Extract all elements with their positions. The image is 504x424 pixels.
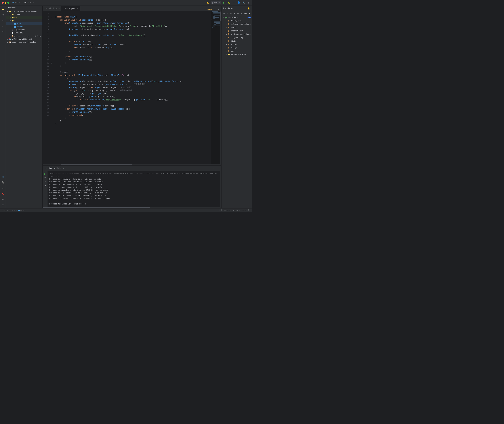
activity-plugin-icon[interactable]: 🔌 — [0, 180, 5, 185]
db-perf-item[interactable]: ▶ 🗄 performance_schema — [221, 33, 252, 36]
tab-overflow-icon[interactable]: ⋯ — [217, 8, 220, 11]
status-vcs-icon[interactable]: ✔ — [2, 209, 3, 211]
db-online-label: onlineOrder — [231, 30, 243, 32]
tree-item-out[interactable]: ▼ 📁 out — [6, 16, 43, 19]
db-stay-item[interactable]: ▶ 🗄 staybooking — [221, 36, 252, 39]
run-gutter-btn-5[interactable]: ▶ — [50, 12, 53, 15]
maximize-button[interactable] — [7, 2, 9, 4]
status-encoding[interactable]: UTF-8 — [233, 209, 238, 211]
editor-scrollbar[interactable] — [220, 11, 221, 164]
db-study-item[interactable]: ▶ 🗄 study — [221, 39, 252, 43]
code-editor[interactable]: public class Main { public static void m… — [53, 11, 211, 164]
run-close[interactable]: ✕ — [63, 167, 64, 169]
db-add-icon[interactable]: + — [223, 12, 225, 15]
branch-selector[interactable]: ⎇ master ▾ — [23, 2, 34, 4]
minimize-button[interactable] — [5, 2, 6, 4]
tree-item-jar[interactable]: ▶ 📦 mysql-connector-j-8.2.0.jar — [6, 35, 43, 37]
tab-main-close[interactable]: ✕ — [76, 7, 78, 10]
run-button[interactable]: ▶ — [223, 1, 226, 4]
expand-icon[interactable]: ⌃ — [213, 8, 216, 11]
rerun-icon[interactable]: ▶ — [43, 172, 47, 175]
run-hscrollbar[interactable] — [43, 207, 221, 208]
activity-terminal-icon[interactable]: ▦ — [0, 197, 5, 202]
tree-item-gitignore[interactable]: ⚙ .gitignore — [6, 28, 43, 31]
db-study4-item[interactable]: ▶ 🗄 study4 — [221, 46, 252, 50]
status-position[interactable]: 39:1 — [224, 209, 228, 211]
db-host-item[interactable]: ▼ ⬤ @localhost 10 — [221, 16, 252, 19]
db-properties-icon[interactable]: ⚙ — [233, 12, 236, 15]
db-study2-item[interactable]: ▶ 🗄 study2 — [221, 43, 252, 46]
db-refresh-icon[interactable]: ↺ — [230, 12, 232, 15]
scroll-end-icon[interactable]: ↓ — [43, 188, 47, 191]
db-sys-item[interactable]: ▶ 🗄 sys — [221, 50, 252, 53]
tree-item-student[interactable]: ⬤ Student — [6, 25, 43, 28]
tree-item-scratches[interactable]: ▶ 📋 Scratches and Consoles — [6, 41, 43, 44]
hscroll-thumb[interactable] — [61, 164, 132, 165]
search-icon[interactable]: 🔍 — [242, 1, 245, 4]
db-ebean-item[interactable]: ▶ 🗄 ebean_test — [221, 19, 252, 23]
db-arrow: ▶ — [226, 33, 227, 35]
stop-icon[interactable]: ■ — [43, 176, 47, 179]
tree-item-iml[interactable]: 📄 JDBC.iml — [6, 31, 43, 35]
line-num: 22 — [43, 65, 49, 68]
scratches-icon: 📋 — [9, 41, 11, 44]
db-filter-icon[interactable]: ☰ — [237, 12, 239, 15]
run-tab-active[interactable]: ▶ Run — [44, 166, 53, 170]
account-icon[interactable]: 👤 — [237, 1, 240, 4]
more-button[interactable]: ⋯ — [232, 1, 236, 4]
run-more-icon[interactable]: ⋯ — [212, 167, 215, 170]
tree-item-ext-libs[interactable]: ▶ 📚 External Libraries — [6, 37, 43, 41]
line-num: 30 — [43, 86, 49, 89]
settings-icon[interactable]: ⚙ — [247, 1, 250, 4]
status-linesep[interactable]: LF — [230, 209, 231, 211]
run-hscroll-thumb[interactable] — [43, 207, 150, 208]
line-num: 29 — [43, 83, 49, 86]
status-kotlin-icon[interactable]: K — [219, 209, 220, 211]
restart-icon[interactable]: ↺ — [43, 180, 47, 183]
db-console-icon[interactable]: ▦ — [240, 12, 243, 15]
db-mysql-item[interactable]: ▶ 🗄 mysql — [221, 26, 252, 29]
status-expand-icon[interactable]: ⛶ — [248, 209, 250, 211]
project-selector[interactable]: JD JDBC ▾ — [12, 2, 20, 4]
bell-icon[interactable]: 🔔 — [247, 7, 250, 10]
warnings-badge[interactable]: ⚠ 4 — [207, 9, 212, 10]
tree-item-src[interactable]: ▼ 📁 src — [6, 19, 43, 22]
db-more-icon[interactable]: ▾ — [248, 12, 251, 15]
tree-item-main[interactable]: ⬤ Main — [6, 22, 43, 25]
tab-main[interactable]: J Main.java ✕ — [62, 6, 80, 11]
run-gutter-btn-6[interactable]: ▶ — [50, 15, 53, 19]
activity-bookmark-icon[interactable]: 🔖 — [0, 191, 5, 196]
db-info-item[interactable]: ▶ 🗄 information_schema — [221, 23, 252, 26]
tree-item-idea[interactable]: ▶ 📁 .idea — [6, 13, 43, 16]
print-icon[interactable]: ⋮ — [43, 196, 47, 199]
debug-button[interactable]: 🐛 — [227, 1, 231, 4]
activity-git-icon[interactable]: ⊕ — [0, 18, 5, 23]
activity-db-icon[interactable]: 🗄 — [0, 175, 5, 180]
activity-todo-icon[interactable]: ☑ — [0, 186, 5, 191]
run-collapse-icon[interactable]: ─ — [216, 167, 219, 170]
vcs-icon[interactable]: 🔔 — [206, 1, 209, 4]
close-button[interactable] — [2, 2, 4, 4]
status-indent[interactable]: 4 spaces — [239, 209, 247, 211]
tree-item[interactable]: ▼ 📁 JDBC ~/Desktop/CS/JavaEE/1.Ja... — [6, 10, 43, 13]
db-copy-icon[interactable]: ⧉ — [226, 12, 229, 15]
status-db-icon[interactable]: 🗄 — [221, 209, 223, 211]
db-online-item[interactable]: ▶ 🗄 onlineOrder — [221, 29, 252, 33]
run-gutter-empty — [50, 22, 53, 25]
status-bar: ✔ JDBC › src › ⬤ Main K 🗄 39:1 LF UTF-8 … — [0, 208, 252, 212]
tab-student[interactable]: J Student.java — [43, 6, 62, 11]
pause-icon[interactable]: ⏸ — [43, 184, 47, 187]
scroll-thumb[interactable] — [220, 12, 221, 21]
activity-more-icon[interactable]: ⋯ — [0, 29, 5, 34]
activity-vcs-icon[interactable]: ⟲ — [0, 12, 5, 17]
activity-services-icon[interactable]: ☰ — [0, 202, 5, 207]
title-bar: JD JDBC ▾ ⎇ master ▾ 🔔 ▣ Main ▾ ▶ 🐛 ⋯ 👤 … — [0, 0, 252, 6]
run-config-selector[interactable]: ▣ Main ▾ — [211, 1, 221, 4]
db-server-item[interactable]: ▶ 📁 Server Objects — [221, 53, 252, 56]
run-scrollbar[interactable] — [220, 171, 221, 207]
scroll-up-icon[interactable]: ↑ — [43, 192, 47, 195]
db-ddl-label[interactable]: DDL — [244, 12, 247, 14]
editor-hscrollbar[interactable] — [43, 164, 221, 165]
activity-project-icon[interactable]: 📁 — [0, 7, 5, 12]
activity-run-icon[interactable]: ⚡ — [0, 24, 5, 28]
